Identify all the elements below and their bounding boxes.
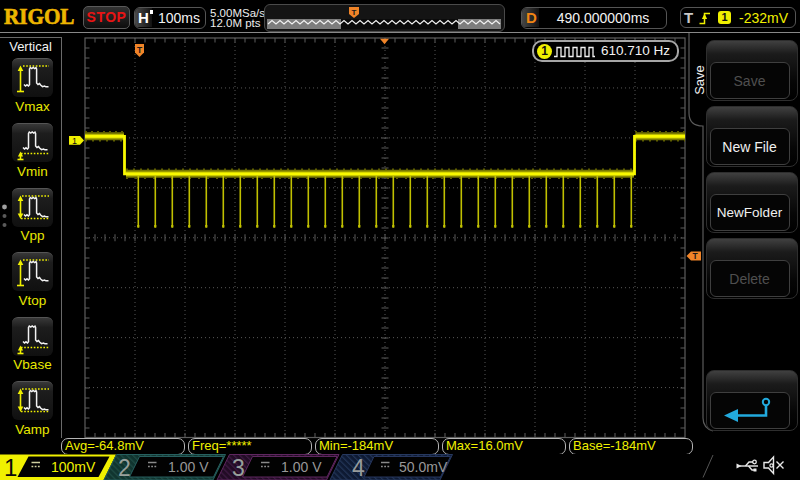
svg-text:2: 2 [118,455,131,480]
svg-text:4: 4 [352,455,365,480]
svg-text:1.00 V: 1.00 V [281,459,322,475]
svg-text:1.00 V: 1.00 V [168,459,209,475]
svg-text:1: 1 [4,454,17,480]
svg-text:100mV: 100mV [51,459,96,475]
svg-text:T: T [137,45,143,55]
svg-text:T: T [692,251,698,261]
svg-text:1: 1 [72,136,77,146]
svg-text:T: T [352,8,357,17]
svg-text:50.0mV: 50.0mV [399,459,448,475]
